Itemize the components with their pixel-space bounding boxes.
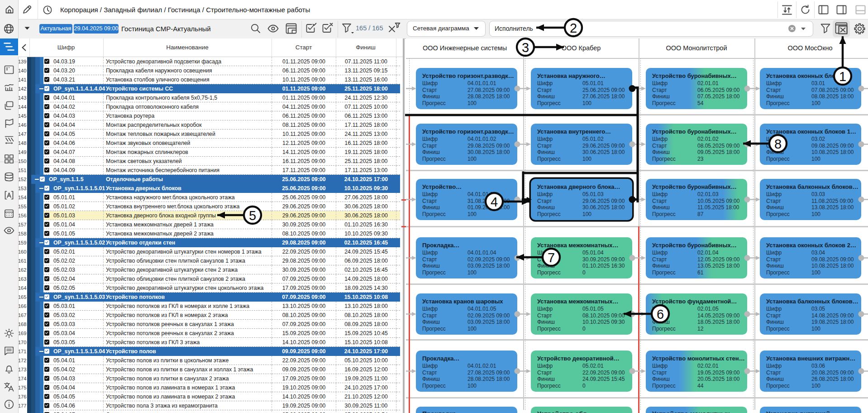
svg-text:8: 8 xyxy=(774,137,782,151)
svg-text:5: 5 xyxy=(249,208,256,223)
svg-text:4: 4 xyxy=(491,195,498,209)
svg-text:1: 1 xyxy=(839,69,846,84)
svg-text:7: 7 xyxy=(548,250,555,265)
svg-text:2: 2 xyxy=(570,21,577,35)
svg-text:3: 3 xyxy=(522,40,529,55)
svg-text:6: 6 xyxy=(657,307,664,322)
